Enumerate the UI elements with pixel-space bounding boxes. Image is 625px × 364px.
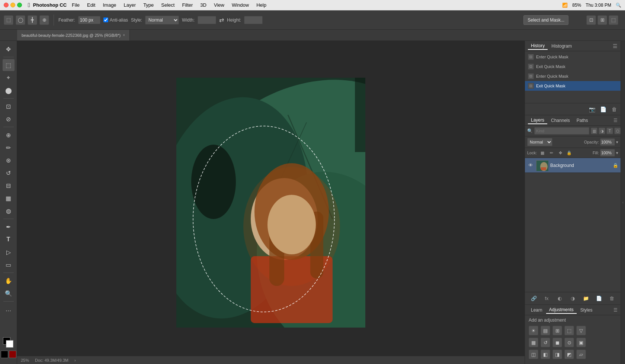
- vibrance-adj-icon[interactable]: ▽: [576, 326, 586, 335]
- layers-kind-input[interactable]: [534, 127, 589, 135]
- lasso-tool-option1[interactable]: ⬚: [4, 15, 13, 25]
- feather-input[interactable]: [78, 16, 100, 24]
- rect-shape-tool[interactable]: ▭: [3, 259, 15, 271]
- crop-tool[interactable]: ⊡: [3, 100, 15, 112]
- lock-position-button[interactable]: ✥: [557, 149, 564, 156]
- close-tab-button[interactable]: ×: [123, 33, 125, 37]
- swap-icon[interactable]: ⇄: [219, 16, 224, 23]
- lock-transparent-button[interactable]: ▦: [539, 149, 546, 156]
- blend-mode-select[interactable]: Normal Dissolve Multiply: [527, 138, 552, 146]
- lasso-tool-option2[interactable]: ◯: [16, 15, 25, 25]
- gradient-tool[interactable]: ▦: [3, 192, 15, 204]
- paths-tab[interactable]: Paths: [574, 117, 591, 124]
- posterize-adj-icon[interactable]: ◧: [541, 349, 550, 359]
- zoom-tool[interactable]: 🔍: [3, 287, 15, 299]
- history-tab[interactable]: History: [528, 42, 548, 50]
- add-mask-button[interactable]: ◐: [556, 294, 564, 303]
- colorbalance-adj-icon[interactable]: ↺: [541, 338, 550, 347]
- opacity-input[interactable]: [600, 138, 615, 146]
- adjustments-tab[interactable]: Adjustments: [546, 306, 577, 314]
- styles-tab[interactable]: Styles: [577, 307, 596, 313]
- layers-panel-menu[interactable]: ☰: [613, 118, 618, 123]
- learn-tab[interactable]: Learn: [528, 307, 545, 313]
- move-tool[interactable]: ✥: [3, 43, 15, 55]
- photofilter-adj-icon[interactable]: ⊙: [564, 338, 574, 347]
- panel-collapse-handle[interactable]: ‹: [621, 41, 625, 364]
- width-input[interactable]: [198, 16, 216, 24]
- menu-filter[interactable]: Filter: [180, 1, 195, 9]
- status-arrow[interactable]: ›: [74, 358, 76, 363]
- app-name[interactable]: Photoshop CC: [33, 2, 67, 8]
- fill-arrow[interactable]: ▾: [616, 151, 618, 155]
- new-group-button[interactable]: 📁: [582, 294, 590, 303]
- brush-tool[interactable]: ✏: [3, 142, 15, 154]
- clone-tool[interactable]: ⊛: [3, 154, 15, 166]
- menu-layer[interactable]: Layer: [122, 1, 138, 9]
- opacity-arrow[interactable]: ▾: [616, 140, 618, 145]
- levels-adj-icon[interactable]: ▤: [541, 326, 550, 335]
- add-style-button[interactable]: fx: [543, 294, 551, 303]
- menu-3d[interactable]: 3D: [198, 1, 209, 9]
- minimize-window-button[interactable]: [10, 3, 15, 7]
- link-layers-button[interactable]: 🔗: [530, 294, 538, 303]
- menu-select[interactable]: Select: [159, 1, 177, 9]
- toolbar-right-btn2[interactable]: ⊞: [597, 15, 607, 25]
- delete-state-button[interactable]: 🗑: [610, 105, 618, 113]
- color-swatches[interactable]: [3, 337, 14, 348]
- menu-image[interactable]: Image: [100, 1, 118, 9]
- lasso-tool[interactable]: ⌖: [3, 72, 15, 84]
- delete-layer-button[interactable]: 🗑: [608, 294, 616, 303]
- lasso-tool-option4[interactable]: ⊕: [39, 15, 49, 25]
- create-document-button[interactable]: 📄: [599, 105, 607, 113]
- more-tools-button[interactable]: …: [3, 303, 15, 315]
- channelmix-adj-icon[interactable]: ▣: [576, 338, 586, 347]
- lock-all-button[interactable]: 🔒: [566, 149, 573, 156]
- quick-select-tool[interactable]: ⬤: [3, 84, 15, 96]
- layers-tab[interactable]: Layers: [528, 117, 547, 124]
- search-icon[interactable]: 🔍: [616, 3, 621, 8]
- new-layer-button[interactable]: 📄: [595, 294, 603, 303]
- select-and-mask-button[interactable]: Select and Mask...: [523, 15, 568, 25]
- select-marquee-tool[interactable]: ⬚: [3, 59, 15, 71]
- eraser-tool[interactable]: ⊟: [3, 180, 15, 191]
- menu-help[interactable]: Help: [254, 1, 269, 9]
- normal-mode-button[interactable]: [1, 351, 8, 358]
- filter-type-button[interactable]: T: [606, 128, 613, 134]
- dodge-tool[interactable]: ◍: [3, 205, 15, 217]
- layer-visibility-toggle[interactable]: 👁: [527, 162, 534, 169]
- new-fill-adj-button[interactable]: ◑: [569, 294, 577, 303]
- lock-image-button[interactable]: ✏: [548, 149, 555, 156]
- history-item-4[interactable]: ⊡ Exit Quick Mask: [525, 81, 621, 91]
- adj-panel-menu[interactable]: ☰: [613, 307, 618, 313]
- eyedropper-tool[interactable]: ⊘: [3, 113, 15, 125]
- style-select[interactable]: Normal Fixed Ratio Fixed Size: [145, 16, 179, 25]
- menu-type[interactable]: Type: [141, 1, 156, 9]
- brightness-adj-icon[interactable]: ☀: [529, 326, 538, 335]
- apple-menu[interactable]: : [28, 2, 30, 9]
- history-item-3[interactable]: ⊡ Enter Quick Mask: [525, 71, 621, 81]
- bw-adj-icon[interactable]: ◼: [552, 338, 562, 347]
- history-panel-menu[interactable]: ☰: [613, 43, 618, 49]
- menu-window[interactable]: Window: [230, 1, 251, 9]
- fill-input[interactable]: [600, 149, 615, 157]
- exposure-adj-icon[interactable]: ⬚: [564, 326, 574, 335]
- menu-file[interactable]: File: [70, 1, 82, 9]
- filter-shape-button[interactable]: ⬡: [614, 128, 621, 134]
- gradmap-adj-icon[interactable]: ◩: [564, 349, 574, 359]
- selectcolor-adj-icon[interactable]: ▱: [576, 349, 586, 359]
- antialias-checkbox[interactable]: [103, 17, 108, 22]
- invert-adj-icon[interactable]: ◫: [529, 349, 538, 359]
- history-brush-tool[interactable]: ↺: [3, 167, 15, 179]
- history-item-2[interactable]: ⊡ Exit Quick Mask: [525, 62, 621, 71]
- toolbar-right-btn3[interactable]: ⬚: [609, 15, 618, 25]
- layer-row-background[interactable]: 👁 Background 🔒: [525, 158, 621, 173]
- height-input[interactable]: [244, 16, 263, 24]
- maximize-window-button[interactable]: [17, 3, 22, 7]
- threshold-adj-icon[interactable]: ◨: [552, 349, 562, 359]
- filter-pixel-button[interactable]: ▥: [591, 128, 597, 134]
- close-window-button[interactable]: [4, 3, 9, 7]
- filter-adj-button[interactable]: ◑: [599, 128, 605, 134]
- text-tool[interactable]: T: [3, 233, 15, 245]
- menu-edit[interactable]: Edit: [85, 1, 97, 9]
- channels-tab[interactable]: Channels: [548, 117, 573, 124]
